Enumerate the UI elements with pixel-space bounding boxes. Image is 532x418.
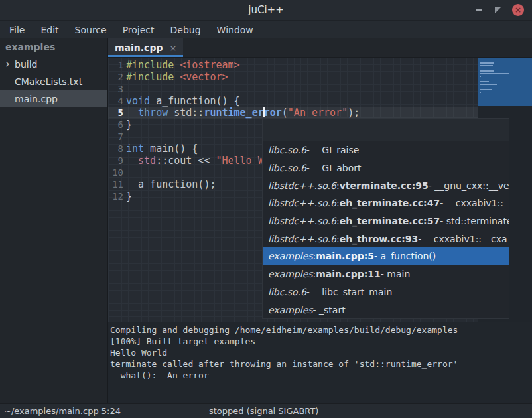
backtrace-item[interactable]: libstdc++.so.6:eh_throw.cc:93 - __cxxabi… <box>263 230 509 247</box>
code-segment: } <box>126 190 132 202</box>
tab-bar: main.cpp × <box>108 38 532 58</box>
backtrace-segment: vterminate.cc:95 <box>340 180 429 191</box>
backtrace-segment: libc.so.6 <box>268 163 306 173</box>
code-text: std::cout << "Hello W <box>123 155 264 167</box>
minimap-line <box>480 76 481 77</box>
code-segment: ); <box>348 107 360 119</box>
code-segment: <vector> <box>180 71 228 83</box>
code-line-2[interactable]: 2#include <vector> <box>108 71 478 83</box>
tab-main-cpp[interactable]: main.cpp × <box>108 38 183 57</box>
minimap-line <box>480 65 493 66</box>
code-segment: #include <box>126 71 180 83</box>
status-bar: ~/examples/main.cpp 5:24 stopped (signal… <box>0 403 532 418</box>
menu-item-debug[interactable]: Debug <box>163 25 209 35</box>
backtrace-segment: main.cpp:5 <box>316 251 374 261</box>
backtrace-segment: - __gnu_cxx::__verbos <box>429 180 509 191</box>
code-line-1[interactable]: 1#include <iostream> <box>108 59 478 71</box>
active-tab-indicator <box>108 55 183 57</box>
code-segment: ror <box>264 107 282 119</box>
line-number: 5 <box>108 107 123 119</box>
backtrace-segment: libstdc++.so.6 <box>268 180 336 191</box>
code-text: a_function(); <box>123 178 216 190</box>
title-bar: juCi++ × <box>0 0 532 21</box>
code-text: #include <vector> <box>123 71 228 83</box>
code-text: #include <iostream> <box>123 59 240 71</box>
tab-close-icon[interactable]: × <box>169 43 176 53</box>
code-line-5[interactable]: 5 throw std::runtime_error("An error"); <box>108 107 478 119</box>
menu-item-file[interactable]: File <box>1 25 33 35</box>
backtrace-segment: - __cxxabiv1::__cxa_thro <box>418 234 509 244</box>
line-number: 2 <box>108 71 123 83</box>
code-segment: main() { <box>144 143 198 155</box>
close-icon: × <box>515 6 521 14</box>
backtrace-item[interactable]: examples - _start <box>263 301 509 318</box>
backtrace-segment: - _start <box>313 305 346 315</box>
backtrace-item[interactable]: libc.so.6 - __libc_start_main <box>263 283 509 301</box>
tab-label: main.cpp <box>115 42 163 53</box>
code-segment: std <box>138 155 156 167</box>
window-title: juCi++ <box>0 0 532 20</box>
backtrace-item[interactable]: libstdc++.so.6:eh_terminate.cc:57 - std:… <box>263 212 509 230</box>
minimize-icon <box>476 9 482 11</box>
backtrace-segment: - __cxxabiv1::__tern <box>440 198 509 208</box>
tree-item-main.cpp[interactable]: main.cpp <box>0 90 107 107</box>
backtrace-item[interactable]: libc.so.6 - __GI_raise <box>263 141 509 159</box>
code-segment <box>126 107 138 119</box>
code-segment: std:: <box>168 107 204 119</box>
backtrace-segment: examples <box>268 269 313 279</box>
menu-item-window[interactable]: Window <box>209 25 261 35</box>
debug-status: stopped (signal SIGABRT) <box>209 404 318 418</box>
line-number: 3 <box>108 83 123 95</box>
backtrace-segment: - std::terminate() <box>440 216 509 226</box>
terminal-line: Hello World <box>110 347 532 358</box>
cursor-location: ~/examples/main.cpp 5:24 <box>4 404 121 418</box>
backtrace-popup: libc.so.6 - __GI_raiselibc.so.6 - __GI_a… <box>262 118 509 319</box>
backtrace-item[interactable]: libc.so.6 - __GI_abort <box>263 159 509 177</box>
code-segment: void <box>126 95 150 107</box>
code-line-4[interactable]: 4void a_function() { <box>108 95 478 107</box>
code-segment <box>126 155 138 167</box>
code-text: } <box>123 190 132 202</box>
code-segment: ::cout << <box>156 155 216 167</box>
code-segment: #include <box>126 59 180 71</box>
line-number: 9 <box>108 155 123 167</box>
backtrace-segment: libstdc++.so.6 <box>268 198 336 208</box>
backtrace-segment: examples <box>268 305 313 315</box>
code-text <box>123 167 126 178</box>
restore-button[interactable] <box>492 4 504 16</box>
code-segment: "Hello W <box>216 155 263 167</box>
chevron-right-icon[interactable]: › <box>5 55 10 72</box>
minimap-line <box>480 89 492 90</box>
minimap-line <box>480 73 509 74</box>
backtrace-item[interactable]: examples:main.cpp:5 - a_function() <box>263 247 509 265</box>
backtrace-item[interactable]: libstdc++.so.6:eh_terminate.cc:47 - __cx… <box>263 194 509 212</box>
menu-item-edit[interactable]: Edit <box>33 25 66 35</box>
minimap-slider[interactable] <box>478 58 532 106</box>
backtrace-item[interactable]: libstdc++.so.6:vterminate.cc:95 - __gnu_… <box>263 176 509 194</box>
code-segment: a_function() { <box>150 95 239 107</box>
terminal-line: what(): An error <box>110 370 532 381</box>
code-line-3[interactable]: 3 <box>108 83 478 95</box>
backtrace-segment: libc.so.6 <box>268 287 306 297</box>
menu-item-source[interactable]: Source <box>67 25 115 35</box>
tree-item-CMakeLists.txt[interactable]: CMakeLists.txt <box>0 73 107 90</box>
backtrace-segment: eh_terminate.cc:47 <box>340 198 440 208</box>
terminal-output[interactable]: Compiling and debugging /home/eidheim/ex… <box>108 322 532 403</box>
backtrace-segment: - __GI_abort <box>306 163 362 173</box>
tree-item-build[interactable]: ›build <box>0 56 107 73</box>
backtrace-segment: main.cpp:11 <box>316 269 381 279</box>
backtrace-segment: libc.so.6 <box>268 145 306 155</box>
code-text: throw std::runtime_error("An error"); <box>123 107 360 119</box>
code-segment: <iostream> <box>180 59 239 71</box>
backtrace-segment: eh_throw.cc:93 <box>340 234 419 244</box>
close-button[interactable]: × <box>512 4 524 16</box>
code-segment: runtime_er <box>204 107 263 119</box>
code-text: void a_function() { <box>123 95 240 107</box>
backtrace-list: libc.so.6 - __GI_raiselibc.so.6 - __GI_a… <box>263 141 509 318</box>
backtrace-segment: libstdc++.so.6 <box>268 216 336 226</box>
terminal-line: [100%] Built target examples <box>110 336 532 347</box>
minimize-button[interactable] <box>472 4 484 16</box>
backtrace-item[interactable]: examples:main.cpp:11 - main <box>263 265 509 283</box>
line-number: 8 <box>108 143 123 155</box>
menu-item-project[interactable]: Project <box>115 25 163 35</box>
